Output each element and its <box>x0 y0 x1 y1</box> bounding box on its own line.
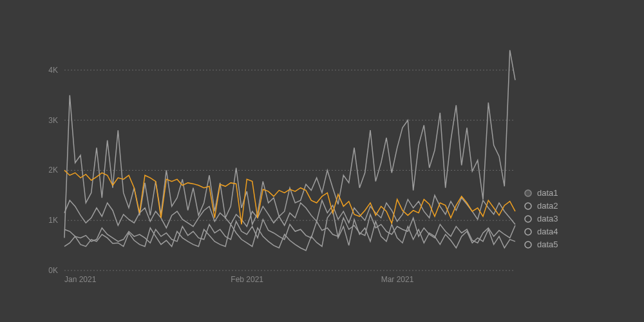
legend-label-data4[interactable]: data4 <box>537 227 558 236</box>
y-tick-label: 1K <box>48 216 58 225</box>
y-tick-label: 4K <box>48 66 58 75</box>
legend-marker-data1[interactable] <box>525 190 531 196</box>
legend-marker-data3[interactable] <box>525 216 531 222</box>
series-data5 <box>64 214 515 243</box>
y-tick-label: 3K <box>48 116 58 125</box>
legend-marker-data5[interactable] <box>525 242 531 248</box>
legend-label-data1[interactable]: data1 <box>537 188 558 198</box>
x-tick-label: Feb 2021 <box>231 275 263 284</box>
y-tick-label: 2K <box>48 166 58 175</box>
x-tick-label: Jan 2021 <box>64 275 97 284</box>
legend-label-data2[interactable]: data2 <box>537 201 558 211</box>
legend-marker-data2[interactable] <box>525 203 531 209</box>
y-tick-label: 0K <box>48 266 58 275</box>
legend-marker-data4[interactable] <box>525 229 531 235</box>
time-series-chart: 0K1K2K3K4KJan 2021Feb 2021Mar 2021data1d… <box>0 0 644 322</box>
legend-label-data5[interactable]: data5 <box>537 240 558 249</box>
chart-svg: 0K1K2K3K4KJan 2021Feb 2021Mar 2021data1d… <box>0 0 644 322</box>
series-data4 <box>64 211 515 251</box>
x-tick-label: Mar 2021 <box>381 275 414 284</box>
series-data2 <box>64 195 515 228</box>
legend-label-data3[interactable]: data3 <box>537 214 558 223</box>
